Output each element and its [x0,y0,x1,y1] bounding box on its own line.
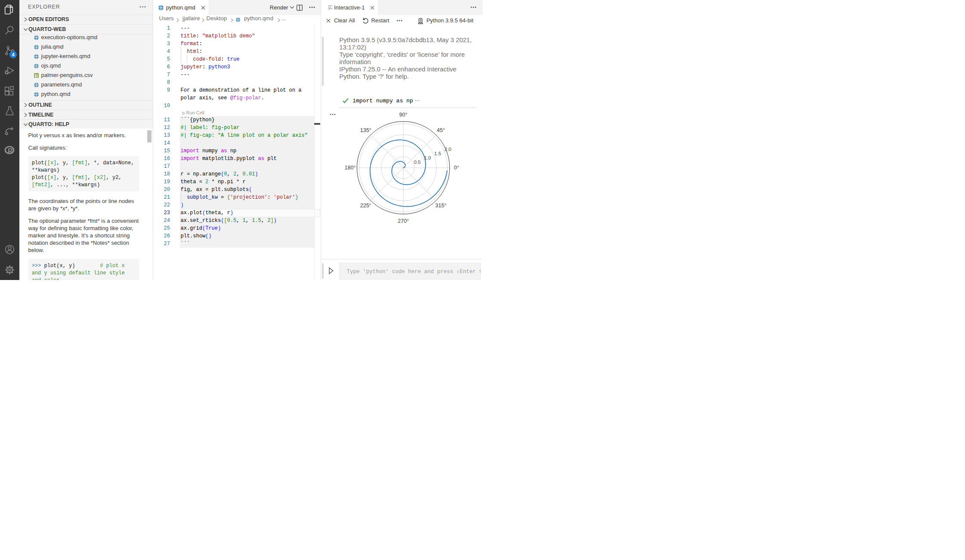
svg-text:45°: 45° [437,127,445,133]
svg-text:2.0: 2.0 [445,147,452,152]
svg-text:270°: 270° [398,218,409,224]
svg-text:90°: 90° [399,111,408,117]
svg-text:135°: 135° [360,127,371,133]
svg-text:180°: 180° [345,165,356,171]
svg-text:1.5: 1.5 [434,151,441,156]
svg-text:4: 4 [12,52,15,57]
svg-text:0°: 0° [454,165,459,171]
svg-text:R: R [8,148,13,155]
svg-text:1.0: 1.0 [424,155,431,160]
svg-text:315°: 315° [436,202,447,208]
svg-text:225°: 225° [360,202,371,208]
svg-text:0.5: 0.5 [414,159,421,164]
